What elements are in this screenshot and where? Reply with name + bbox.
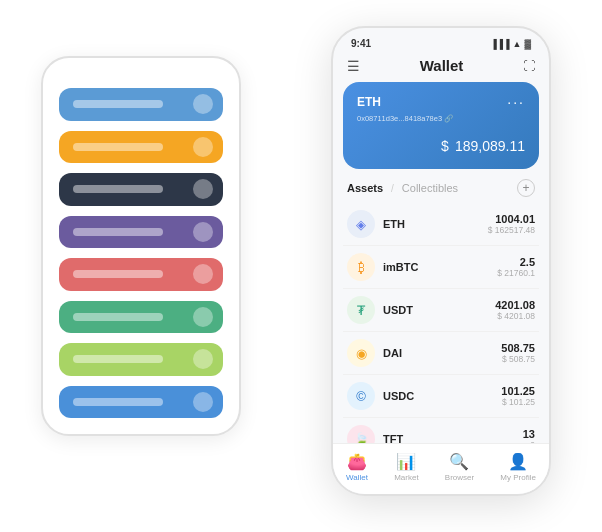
card-row: [59, 216, 223, 249]
asset-list-item[interactable]: ₿ imBTC 2.5 $ 21760.1: [343, 246, 539, 289]
card-row: [59, 386, 223, 419]
nav-item-browser[interactable]: 🔍 Browser: [445, 452, 474, 482]
asset-name: TFT: [383, 433, 523, 443]
status-bar: 9:41 ▐▐▐ ▲ ▓: [333, 28, 549, 53]
asset-icon: 🍃: [347, 425, 375, 443]
nav-item-market[interactable]: 📊 Market: [394, 452, 418, 482]
clock: 9:41: [351, 38, 371, 49]
assets-header: Assets / Collectibles +: [333, 169, 549, 203]
status-icons: ▐▐▐ ▲ ▓: [490, 39, 531, 49]
nav-icon: 👛: [347, 452, 367, 471]
eth-card-address: 0x08711d3e...8418a78e3 🔗: [357, 114, 525, 123]
tab-divider: /: [391, 183, 394, 194]
tab-assets[interactable]: Assets: [347, 182, 383, 194]
asset-icon: ₿: [347, 253, 375, 281]
tab-collectibles[interactable]: Collectibles: [402, 182, 458, 194]
asset-usd: $ 21760.1: [497, 268, 535, 278]
add-asset-button[interactable]: +: [517, 179, 535, 197]
asset-icon: ◈: [347, 210, 375, 238]
asset-usd: $ 508.75: [501, 354, 535, 364]
eth-card-amount: $ 189,089.11: [357, 131, 525, 157]
expand-icon[interactable]: ⛶: [523, 59, 535, 73]
asset-amounts: 101.25 $ 101.25: [501, 385, 535, 407]
nav-label: Browser: [445, 473, 474, 482]
phone-header: ☰ Wallet ⛶: [333, 53, 549, 82]
asset-list-item[interactable]: ◈ ETH 1004.01 $ 162517.48: [343, 203, 539, 246]
asset-name: USDT: [383, 304, 495, 316]
eth-card[interactable]: ETH ··· 0x08711d3e...8418a78e3 🔗 $ 189,0…: [343, 82, 539, 169]
asset-name: imBTC: [383, 261, 497, 273]
wifi-icon: ▲: [513, 39, 522, 49]
asset-amounts: 13 0: [523, 428, 535, 443]
asset-list-item[interactable]: ₮ USDT 4201.08 $ 4201.08: [343, 289, 539, 332]
asset-icon: ₮: [347, 296, 375, 324]
eth-card-header: ETH ···: [357, 94, 525, 110]
asset-name: USDC: [383, 390, 501, 402]
asset-usd: $ 101.25: [501, 397, 535, 407]
asset-balance: 13: [523, 428, 535, 440]
eth-card-options[interactable]: ···: [507, 94, 525, 110]
asset-amounts: 1004.01 $ 162517.48: [488, 213, 535, 235]
nav-icon: 🔍: [449, 452, 469, 471]
page-title: Wallet: [420, 57, 464, 74]
nav-label: Market: [394, 473, 418, 482]
asset-balance: 101.25: [501, 385, 535, 397]
asset-amounts: 4201.08 $ 4201.08: [495, 299, 535, 321]
asset-balance: 1004.01: [488, 213, 535, 225]
card-row: [59, 258, 223, 291]
signal-icon: ▐▐▐: [490, 39, 509, 49]
asset-list-item[interactable]: ◉ DAI 508.75 $ 508.75: [343, 332, 539, 375]
asset-list-item[interactable]: © USDC 101.25 $ 101.25: [343, 375, 539, 418]
asset-amounts: 508.75 $ 508.75: [501, 342, 535, 364]
asset-name: DAI: [383, 347, 501, 359]
nav-icon: 📊: [396, 452, 416, 471]
card-row: [59, 131, 223, 164]
card-row: [59, 301, 223, 334]
asset-list: ◈ ETH 1004.01 $ 162517.48 ₿ imBTC 2.5 $ …: [333, 203, 549, 443]
card-row: [59, 343, 223, 376]
asset-balance: 508.75: [501, 342, 535, 354]
nav-label: My Profile: [500, 473, 536, 482]
bottom-nav: 👛 Wallet 📊 Market 🔍 Browser 👤 My Profile: [333, 443, 549, 494]
card-row: [59, 173, 223, 206]
asset-name: ETH: [383, 218, 488, 230]
asset-balance: 4201.08: [495, 299, 535, 311]
scene: 9:41 ▐▐▐ ▲ ▓ ☰ Wallet ⛶ ETH ··· 0x08711d…: [21, 16, 581, 516]
asset-usd: $ 162517.48: [488, 225, 535, 235]
asset-usd: $ 4201.08: [495, 311, 535, 321]
asset-list-item[interactable]: 🍃 TFT 13 0: [343, 418, 539, 443]
nav-label: Wallet: [346, 473, 368, 482]
card-row: [59, 88, 223, 121]
nav-item-my-profile[interactable]: 👤 My Profile: [500, 452, 536, 482]
battery-icon: ▓: [524, 39, 531, 49]
nav-icon: 👤: [508, 452, 528, 471]
eth-card-label: ETH: [357, 95, 381, 109]
currency-symbol: $: [441, 138, 449, 154]
front-phone: 9:41 ▐▐▐ ▲ ▓ ☰ Wallet ⛶ ETH ··· 0x08711d…: [331, 26, 551, 496]
assets-tabs: Assets / Collectibles: [347, 182, 458, 194]
asset-balance: 2.5: [497, 256, 535, 268]
nav-item-wallet[interactable]: 👛 Wallet: [346, 452, 368, 482]
background-phone: [41, 56, 241, 436]
asset-amounts: 2.5 $ 21760.1: [497, 256, 535, 278]
menu-icon[interactable]: ☰: [347, 58, 360, 74]
asset-icon: ◉: [347, 339, 375, 367]
asset-icon: ©: [347, 382, 375, 410]
